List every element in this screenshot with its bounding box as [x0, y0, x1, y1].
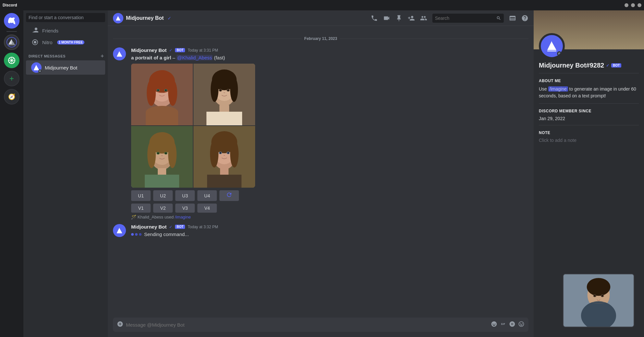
nitro-label: Nitro [42, 40, 53, 45]
svg-rect-32 [206, 112, 242, 125]
portrait-image-1[interactable] [131, 64, 193, 125]
sidebar-friends[interactable]: Friends [26, 25, 105, 36]
home-button[interactable] [4, 13, 19, 29]
sidebar-divider [6, 31, 17, 32]
wand-icon: 🪄 [131, 215, 136, 219]
svg-point-54 [228, 152, 229, 154]
v3-button[interactable]: V3 [175, 204, 195, 213]
topbar: Midjourney Bot ✓ [108, 10, 534, 26]
message-separator: – [173, 55, 177, 60]
maximize-button[interactable] [631, 3, 635, 7]
v2-button[interactable]: V2 [153, 204, 173, 213]
u4-button[interactable]: U4 [197, 190, 217, 201]
message-author-2: Midjourney Bot [131, 224, 167, 230]
profile-avatar-area [534, 33, 644, 59]
verified-checkmark: ✓ [169, 48, 172, 53]
portrait-image-3[interactable] [131, 126, 193, 188]
note-section: NOTE Click to add a note [539, 131, 639, 143]
note-input[interactable]: Click to add a note [539, 138, 639, 143]
divider-line-right [340, 39, 528, 39]
svg-rect-31 [219, 105, 229, 112]
svg-rect-56 [207, 175, 242, 188]
divider-line-left [113, 39, 302, 39]
dm-search-bar[interactable]: Find or start a conversation [26, 13, 105, 22]
search-icon [496, 16, 501, 21]
bot-badge-2: BOT [175, 225, 185, 229]
message-input-box [113, 318, 528, 332]
minimize-button[interactable] [625, 3, 628, 7]
u2-button[interactable]: U2 [153, 190, 173, 201]
phone-button[interactable] [371, 15, 378, 22]
add-file-button[interactable] [117, 321, 123, 329]
svg-rect-43 [158, 168, 166, 175]
username-text: Midjourney Bot#9282 [539, 62, 604, 69]
about-me-title: ABOUT ME [539, 79, 639, 83]
sending-text: Sending command... [144, 231, 189, 238]
server-icon-openai[interactable] [4, 53, 19, 68]
about-me-pre: Use [539, 86, 548, 92]
profile-username: Midjourney Bot#9282 ✓ BOT [539, 62, 639, 69]
date-divider: February 11, 2023 [113, 36, 528, 41]
message-input-area [108, 318, 534, 337]
pin-button[interactable] [395, 15, 402, 22]
portrait-image-2[interactable] [193, 64, 255, 125]
sticker-button[interactable] [509, 321, 515, 329]
window-controls [625, 3, 641, 7]
sidebar-nitro[interactable]: Nitro 1 MONTH FREE [26, 36, 105, 48]
message-timestamp: Today at 3:31 PM [188, 48, 218, 53]
video-button[interactable] [383, 15, 390, 22]
member-since-section: DISCORD MEMBER SINCE Jan 29, 2022 [539, 109, 639, 121]
server-sidebar: + 🧭 [0, 10, 23, 337]
main-content: Midjourney Bot ✓ [108, 10, 534, 337]
message-text-input[interactable] [126, 322, 488, 328]
profile-bot-badge: BOT [611, 63, 621, 68]
imagine-command-link[interactable]: /imagine [175, 215, 191, 219]
messages-area[interactable]: February 11, 2023 Midjourney Bot ✓ BOT [108, 26, 534, 318]
search-input[interactable] [435, 16, 496, 21]
svg-point-42 [165, 153, 167, 154]
add-member-button[interactable] [408, 15, 415, 22]
message-content-2: Midjourney Bot ✓ BOT Today at 3:32 PM Se… [131, 224, 528, 238]
svg-point-17 [165, 90, 167, 91]
portrait-image-4[interactable] [193, 126, 255, 188]
members-button[interactable] [420, 15, 427, 22]
webcam-feed [564, 274, 634, 327]
server-icon-1[interactable] [4, 34, 19, 50]
new-dm-button[interactable]: + [99, 53, 105, 59]
channel-avatar [113, 13, 123, 23]
profile-avatar-large [539, 33, 565, 59]
u3-button[interactable]: U3 [175, 190, 195, 201]
svg-point-67 [601, 295, 603, 297]
svg-point-12 [147, 80, 156, 106]
member-since-date: Jan 29, 2022 [539, 116, 639, 121]
search-bar[interactable] [432, 14, 504, 23]
dm-item-midjourney[interactable]: Midjourney Bot [26, 60, 105, 75]
v1-button[interactable]: V1 [131, 204, 151, 213]
svg-point-50 [230, 140, 239, 168]
emoji-button[interactable] [518, 321, 525, 329]
svg-point-25 [211, 77, 218, 102]
gif-button[interactable] [500, 321, 506, 329]
message-suffix: (fast) [214, 55, 225, 60]
v4-button[interactable]: V4 [197, 204, 217, 213]
date-text: February 11, 2023 [304, 36, 337, 41]
message-sending: Sending command... [131, 231, 528, 238]
svg-point-66 [594, 295, 596, 297]
dm-section-label: DIRECT MESSAGES [29, 54, 66, 58]
midjourney-bot-avatar [31, 62, 42, 73]
titlebar: Discord [0, 0, 644, 10]
explore-servers-button[interactable]: 🧭 [4, 89, 19, 105]
add-server-button[interactable]: + [4, 71, 19, 86]
svg-point-13 [168, 80, 177, 106]
refresh-button[interactable] [219, 190, 239, 201]
message-bold-text: a portrait of a girl [131, 55, 171, 60]
close-button[interactable] [638, 3, 641, 7]
image-grid[interactable] [131, 64, 255, 188]
dot-3 [139, 233, 142, 236]
inbox-button[interactable] [509, 15, 516, 22]
members-emoji-button[interactable] [491, 321, 497, 329]
dm-section-header: DIRECT MESSAGES + [23, 48, 108, 60]
help-button[interactable] [521, 15, 528, 22]
u1-button[interactable]: U1 [131, 190, 151, 201]
status-dot [38, 69, 42, 73]
